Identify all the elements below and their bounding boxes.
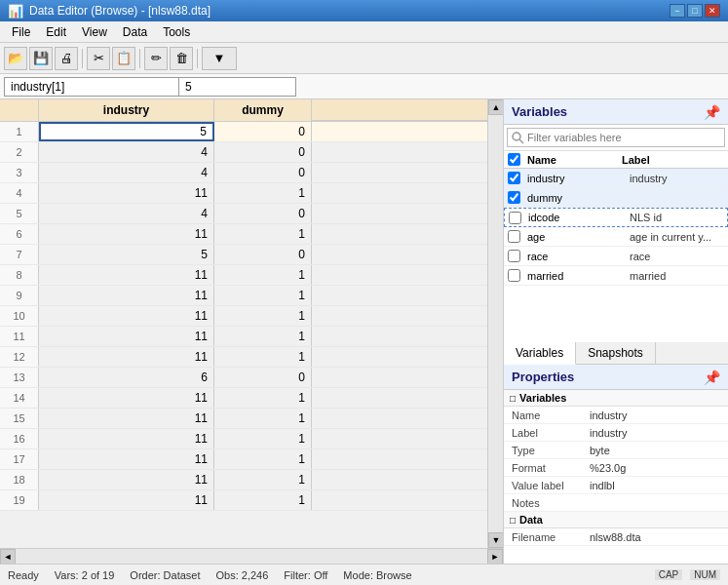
cell-industry[interactable]: 6: [39, 368, 214, 387]
menu-file[interactable]: File: [4, 23, 38, 41]
col-header-dummy[interactable]: dummy: [214, 99, 312, 121]
cut-button[interactable]: ✂: [87, 47, 110, 70]
table-row[interactable]: 16111: [0, 429, 487, 449]
copy-button[interactable]: 📋: [112, 47, 135, 70]
table-row[interactable]: 6111: [0, 224, 487, 245]
cell-dummy[interactable]: 0: [214, 204, 312, 223]
cell-industry[interactable]: 4: [39, 142, 214, 162]
print-button[interactable]: 🖨: [55, 47, 78, 70]
menu-tools[interactable]: Tools: [155, 23, 198, 41]
cell-dummy[interactable]: 0: [214, 142, 312, 162]
menu-edit[interactable]: Edit: [38, 23, 74, 41]
cell-dummy[interactable]: 1: [214, 470, 312, 489]
select-all-checkbox[interactable]: [508, 153, 520, 166]
cell-dummy[interactable]: 1: [214, 388, 312, 408]
var-all-checkbox[interactable]: [504, 153, 523, 166]
props-section-header[interactable]: □ Data: [504, 512, 728, 528]
cell-dummy[interactable]: 1: [214, 224, 312, 244]
properties-pin-icon[interactable]: 📌: [704, 370, 720, 385]
grid-hscrollbar[interactable]: ◄ ►: [0, 548, 503, 564]
cell-dummy[interactable]: 0: [214, 163, 312, 182]
cell-industry[interactable]: 11: [39, 286, 214, 305]
cell-industry[interactable]: 11: [39, 388, 214, 408]
var-checkbox-cell[interactable]: [504, 230, 523, 243]
table-row[interactable]: 340: [0, 163, 487, 183]
table-row[interactable]: 15111: [0, 409, 487, 429]
table-row[interactable]: 19111: [0, 490, 487, 511]
var-checkbox-cell[interactable]: [505, 212, 524, 224]
save-button[interactable]: 💾: [29, 47, 53, 70]
var-checkbox[interactable]: [508, 269, 520, 282]
list-item[interactable]: idcodeNLS id: [504, 208, 728, 227]
table-row[interactable]: 750: [0, 245, 487, 265]
list-item[interactable]: industryindustry: [504, 169, 728, 188]
search-input[interactable]: [507, 128, 725, 147]
menu-view[interactable]: View: [74, 23, 115, 41]
table-row[interactable]: 540: [0, 204, 487, 224]
col-header-industry[interactable]: industry: [39, 99, 214, 121]
cell-industry[interactable]: 11: [39, 449, 214, 469]
cell-dummy[interactable]: 1: [214, 265, 312, 285]
cell-dummy[interactable]: 1: [214, 449, 312, 469]
props-section-header[interactable]: □ Variables: [504, 390, 728, 407]
list-item[interactable]: ageage in current y...: [504, 227, 728, 247]
cell-industry[interactable]: 4: [39, 204, 214, 223]
list-item[interactable]: dummy: [504, 188, 728, 208]
filter-button[interactable]: ▼: [202, 47, 237, 70]
var-list[interactable]: industryindustrydummyidcodeNLS idageage …: [504, 169, 728, 342]
cell-dummy[interactable]: 0: [214, 122, 312, 141]
scroll-left-button[interactable]: ◄: [0, 549, 16, 565]
cell-industry[interactable]: 11: [39, 327, 214, 346]
tab-variables[interactable]: Variables: [504, 342, 576, 365]
table-row[interactable]: 10111: [0, 306, 487, 327]
cell-dummy[interactable]: 1: [214, 286, 312, 305]
scroll-right-button[interactable]: ►: [487, 549, 503, 565]
scroll-up-button[interactable]: ▲: [488, 99, 503, 115]
table-row[interactable]: 9111: [0, 286, 487, 306]
cell-dummy[interactable]: 1: [214, 306, 312, 326]
cell-industry[interactable]: 11: [39, 265, 214, 285]
table-row[interactable]: 240: [0, 142, 487, 163]
edit-button[interactable]: ✏: [144, 47, 168, 70]
minimize-button[interactable]: −: [670, 4, 685, 18]
cell-dummy[interactable]: 1: [214, 409, 312, 428]
var-checkbox-cell[interactable]: [504, 269, 523, 282]
var-checkbox-cell[interactable]: [504, 191, 523, 204]
cell-industry[interactable]: 11: [39, 183, 214, 203]
var-checkbox[interactable]: [508, 230, 520, 243]
cell-dummy[interactable]: 1: [214, 183, 312, 203]
open-button[interactable]: 📂: [4, 47, 27, 70]
cell-industry[interactable]: 5: [39, 245, 214, 264]
maximize-button[interactable]: □: [687, 4, 703, 18]
props-scroll[interactable]: □ VariablesNameindustryLabelindustryType…: [504, 390, 728, 564]
table-row[interactable]: 17111: [0, 449, 487, 470]
table-row[interactable]: 12111: [0, 347, 487, 368]
cell-dummy[interactable]: 1: [214, 429, 312, 448]
menu-data[interactable]: Data: [115, 23, 155, 41]
cell-value[interactable]: 5: [179, 77, 296, 97]
cell-dummy[interactable]: 0: [214, 245, 312, 264]
cell-industry[interactable]: 11: [39, 224, 214, 244]
list-item[interactable]: marriedmarried: [504, 266, 728, 286]
grid-vscrollbar[interactable]: ▲ ▼: [487, 99, 503, 548]
cell-dummy[interactable]: 0: [214, 368, 312, 387]
table-row[interactable]: 11111: [0, 327, 487, 347]
pin-icon[interactable]: 📌: [704, 104, 720, 120]
var-checkbox[interactable]: [508, 250, 520, 262]
cell-industry[interactable]: 11: [39, 490, 214, 510]
cell-industry[interactable]: 11: [39, 347, 214, 367]
cell-dummy[interactable]: 1: [214, 490, 312, 510]
list-item[interactable]: racerace: [504, 247, 728, 266]
table-row[interactable]: 150: [0, 122, 487, 142]
var-checkbox-cell[interactable]: [504, 172, 523, 184]
tab-snapshots[interactable]: Snapshots: [576, 342, 656, 364]
cell-industry[interactable]: 11: [39, 470, 214, 489]
cell-address[interactable]: industry[1]: [4, 77, 179, 97]
table-row[interactable]: 4111: [0, 183, 487, 204]
grid-body[interactable]: 1502403404111540611175081119111101111111…: [0, 122, 487, 548]
cell-dummy[interactable]: 1: [214, 327, 312, 346]
table-row[interactable]: 14111: [0, 388, 487, 409]
var-checkbox[interactable]: [508, 172, 520, 184]
table-row[interactable]: 1360: [0, 368, 487, 388]
var-checkbox-cell[interactable]: [504, 250, 523, 262]
